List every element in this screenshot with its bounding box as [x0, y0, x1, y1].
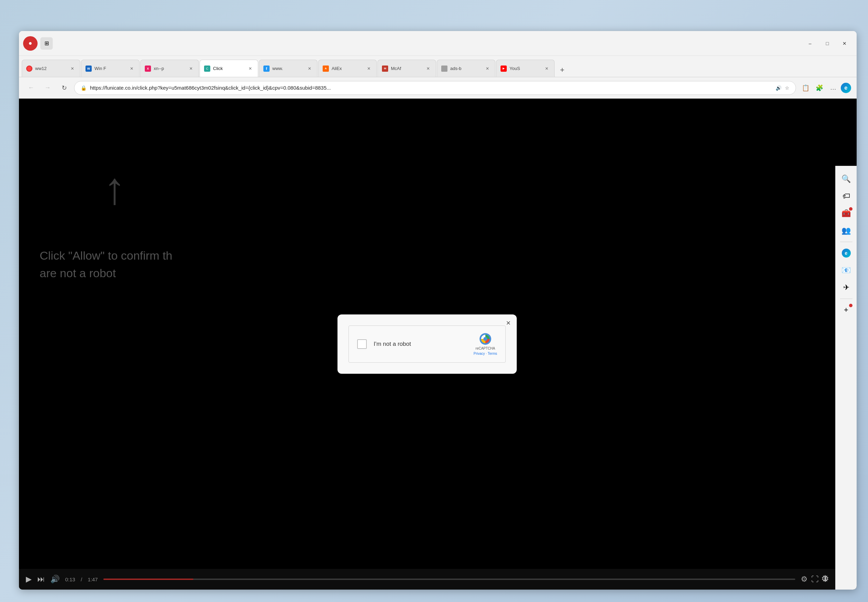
- read-aloud-icon[interactable]: 🔊: [776, 85, 782, 91]
- sidebar-right: 🔍 🏷 🧰 👥 e 📧 ✈ +: [835, 166, 857, 590]
- tab-ads[interactable]: ads-b ✕: [437, 60, 495, 77]
- recaptcha-brand-text: reCAPTCHA: [476, 347, 495, 350]
- tab-mcaf-close[interactable]: ✕: [425, 65, 432, 72]
- tab-aliex-label: AliEx: [331, 66, 363, 71]
- tab-yous-favicon: ▶: [500, 66, 507, 72]
- sidebar-send-button[interactable]: ✈: [839, 280, 854, 295]
- recaptcha-logo-area: reCAPTCHA Privacy · Terms: [474, 333, 497, 355]
- tab-click[interactable]: C Click ✕: [199, 60, 258, 77]
- tab-aliex[interactable]: A AliEx ✕: [318, 60, 377, 77]
- tab-click-favicon: C: [204, 66, 210, 72]
- recaptcha-widget: I'm not a robot reCAPTC: [348, 326, 506, 363]
- sidebar-divider-2: [840, 299, 853, 299]
- sidebar-outlook-button[interactable]: 📧: [839, 263, 854, 278]
- tab-win-label: Win F: [94, 66, 126, 71]
- tab-www[interactable]: f www. ✕: [259, 60, 317, 77]
- close-button[interactable]: ✕: [837, 38, 853, 49]
- tab-xn[interactable]: X xn--p ✕: [140, 60, 199, 77]
- sidebar-tools-button[interactable]: 🧰: [839, 206, 854, 221]
- title-bar: ● ⊞ – □ ✕: [19, 31, 857, 56]
- extensions-button[interactable]: 🧩: [813, 82, 826, 94]
- tab-mcaf[interactable]: M McAf ✕: [377, 60, 436, 77]
- new-tab-button[interactable]: +: [555, 63, 569, 77]
- page-content: ↑ Click "Allow" to confirm th are not a …: [19, 98, 857, 590]
- window-controls: – □ ✕: [802, 38, 853, 49]
- nav-bar: ← → ↻ 🔒 https://funicate.co.in/click.php…: [19, 77, 857, 98]
- sidebar-tag-button[interactable]: 🏷: [839, 189, 854, 204]
- tab-yous[interactable]: ▶ YouS ✕: [496, 60, 555, 77]
- forward-button[interactable]: →: [41, 81, 54, 94]
- favorites-icon[interactable]: ☆: [785, 85, 790, 91]
- tab-ads-label: ads-b: [450, 66, 481, 71]
- tab-bar: ww12 ✕ W Win F ✕ X xn--p ✕ C Click ✕: [19, 56, 857, 77]
- minimize-button[interactable]: –: [802, 38, 818, 49]
- tab-click-close[interactable]: ✕: [247, 65, 254, 72]
- tab-xn-close[interactable]: ✕: [187, 65, 195, 72]
- tab-aliex-favicon: A: [323, 66, 329, 72]
- maximize-button[interactable]: □: [819, 38, 835, 49]
- tab-click-label: Click: [213, 66, 244, 71]
- tab-xn-favicon: X: [145, 66, 151, 72]
- tab-ads-close[interactable]: ✕: [484, 65, 491, 72]
- recaptcha-label: I'm not a robot: [374, 341, 467, 347]
- tab-ww12-favicon: [26, 66, 32, 72]
- recaptcha-terms-link[interactable]: Terms: [488, 352, 497, 355]
- sidebar-search-button[interactable]: 🔍: [839, 171, 854, 187]
- modal-overlay: × I'm not a robot: [19, 98, 835, 590]
- tab-yous-close[interactable]: ✕: [543, 65, 550, 72]
- add-badge: [849, 304, 853, 307]
- tab-aliex-close[interactable]: ✕: [365, 65, 372, 72]
- tab-ww12[interactable]: ww12 ✕: [22, 60, 80, 77]
- reload-button[interactable]: ↻: [58, 81, 71, 94]
- address-text: https://funicate.co.in/click.php?key=u5m…: [90, 85, 772, 91]
- tab-ww12-label: ww12: [35, 66, 66, 71]
- tab-win[interactable]: W Win F ✕: [81, 60, 140, 77]
- browser-window: ● ⊞ – □ ✕ ww12 ✕ W Win F ✕: [19, 31, 857, 590]
- tab-xn-label: xn--p: [154, 66, 185, 71]
- collections-button[interactable]: 📋: [799, 82, 812, 94]
- recaptcha-privacy-link[interactable]: Privacy: [474, 352, 485, 355]
- tab-ww12-close[interactable]: ✕: [69, 65, 76, 72]
- address-bar[interactable]: 🔒 https://funicate.co.in/click.php?key=u…: [74, 81, 796, 95]
- back-button[interactable]: ←: [25, 81, 38, 94]
- sidebar-add-button[interactable]: +: [839, 303, 854, 318]
- tab-mcaf-label: McAf: [391, 66, 422, 71]
- more-button[interactable]: …: [827, 82, 839, 94]
- edge-logo: e: [841, 83, 851, 93]
- lock-icon: 🔒: [81, 85, 86, 91]
- recaptcha-checkbox[interactable]: [357, 339, 367, 349]
- tab-mcaf-favicon: M: [382, 66, 388, 72]
- sidebar-divider-1: [840, 242, 853, 242]
- tab-www-label: www.: [272, 66, 304, 71]
- nav-icons: 📋 🧩 … e: [799, 82, 851, 94]
- sidebar-edge-button[interactable]: e: [839, 246, 854, 261]
- browser-content: ↑ Click "Allow" to confirm th are not a …: [19, 98, 857, 590]
- tools-badge: [849, 207, 853, 211]
- tab-win-close[interactable]: ✕: [128, 65, 135, 72]
- tabs-menu-btn[interactable]: ⊞: [40, 37, 53, 50]
- profile-icon[interactable]: ●: [23, 36, 38, 51]
- tab-www-favicon: f: [263, 66, 270, 72]
- recaptcha-links[interactable]: Privacy · Terms: [474, 352, 497, 355]
- modal-close-button[interactable]: ×: [506, 319, 511, 327]
- sidebar-user-button[interactable]: 👥: [839, 223, 854, 238]
- tab-www-close[interactable]: ✕: [306, 65, 313, 72]
- tab-win-favicon: W: [86, 66, 92, 72]
- recaptcha-modal: × I'm not a robot: [337, 315, 517, 374]
- desktop: ● ⊞ – □ ✕ ww12 ✕ W Win F ✕: [0, 0, 868, 602]
- recaptcha-logo-svg: [479, 333, 492, 345]
- tab-yous-label: YouS: [509, 66, 540, 71]
- tab-ads-favicon: [441, 66, 448, 72]
